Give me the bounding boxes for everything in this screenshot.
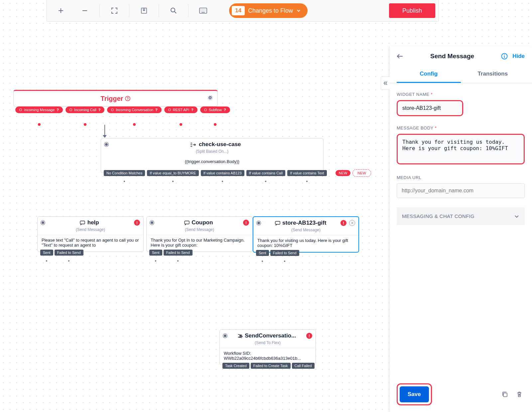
panel-header: Send Message Hide: [389, 47, 532, 66]
split-node[interactable]: check-use-case (Split Based On...) {{tri…: [101, 138, 324, 173]
widget-name-label: WIDGET NAME*: [397, 92, 525, 97]
flex-icon: [237, 334, 243, 338]
split-port-new-red[interactable]: NEW: [335, 170, 351, 176]
connector-line: [104, 125, 105, 136]
trigger-pill-subflow[interactable]: Subflow?: [200, 106, 230, 113]
port-sent[interactable]: Sent: [40, 250, 53, 256]
trigger-pill-incoming-message[interactable]: Incoming Message?: [15, 106, 63, 113]
drag-handle[interactable]: [104, 142, 108, 146]
gift-body: Thank you for visiting us today. Here is…: [253, 235, 358, 252]
svg-rect-5: [80, 221, 85, 224]
close-icon[interactable]: ✕: [349, 220, 355, 226]
drag-handle[interactable]: [257, 221, 261, 225]
copy-button[interactable]: [499, 389, 510, 400]
widget-name-input[interactable]: [397, 100, 463, 116]
toolbar-divider: [99, 4, 100, 17]
info-icon[interactable]: [501, 53, 508, 60]
zoom-in-button[interactable]: [50, 3, 71, 19]
svg-text:?: ?: [127, 97, 129, 101]
search-button[interactable]: [163, 3, 184, 19]
split-port-new-dashed[interactable]: NEW: [352, 169, 371, 177]
zoom-out-button[interactable]: [74, 3, 95, 19]
chevron-down-icon: [296, 8, 301, 13]
panel-collapse-button[interactable]: [381, 77, 389, 90]
flex-title: SendConversatio...: [245, 332, 296, 339]
media-url-input[interactable]: [397, 183, 525, 198]
drag-handle[interactable]: [41, 221, 45, 225]
warning-icon: !: [306, 333, 312, 339]
port-failed-create[interactable]: Failed to Create Task: [251, 363, 291, 369]
message-body-label: MESSAGE BODY*: [397, 125, 525, 130]
port-failed[interactable]: Failed to Send: [164, 250, 193, 256]
toolbar-divider: [188, 4, 189, 17]
svg-rect-7: [275, 221, 280, 224]
svg-rect-10: [503, 393, 507, 397]
keyboard-shortcuts-button[interactable]: [193, 3, 214, 19]
coupon-node[interactable]: Coupon ! (Send Message) Thank you for Op…: [146, 216, 253, 252]
trigger-node[interactable]: Trigger ?: [13, 90, 218, 106]
changes-to-flow-pill[interactable]: 14 Changes to Flow: [229, 3, 308, 18]
warning-icon: !: [243, 220, 249, 226]
split-port-text[interactable]: If value contains Text: [287, 170, 327, 176]
tab-transitions[interactable]: Transitions: [461, 66, 525, 83]
gift-node[interactable]: store-AB123-gift ! ✕ (Send Message) Than…: [253, 216, 359, 253]
port-sent[interactable]: Sent: [256, 250, 269, 256]
publish-button[interactable]: Publish: [389, 3, 435, 18]
split-port-call[interactable]: If value contains Call: [246, 170, 286, 176]
settings-icon[interactable]: [207, 94, 213, 101]
help-node[interactable]: help ! (Send Message) Please text "Call"…: [37, 216, 144, 252]
split-icon: [190, 142, 196, 147]
fit-screen-button[interactable]: [104, 3, 125, 19]
port-failed[interactable]: Failed to Send: [270, 250, 299, 256]
delete-button[interactable]: [514, 389, 525, 400]
help-title: help: [87, 219, 99, 226]
trigger-pill-incoming-call[interactable]: Incoming Call?: [66, 106, 104, 113]
chevron-left-double-icon: [383, 81, 388, 86]
help-subtitle: (Send Message): [38, 227, 143, 232]
messaging-chat-config-accordion[interactable]: MESSAGING & CHAT CONFIG: [397, 207, 525, 225]
changes-label: Changes to Flow: [248, 7, 293, 14]
drag-handle[interactable]: [150, 221, 154, 225]
save-button[interactable]: Save: [400, 386, 429, 402]
back-button[interactable]: [397, 54, 403, 59]
help-body: Please text "Call" to request an agent t…: [38, 235, 143, 252]
drag-handle[interactable]: [223, 334, 227, 338]
warning-icon: !: [340, 220, 346, 226]
port-sent[interactable]: Sent: [149, 250, 162, 256]
trigger-pill-incoming-conversation[interactable]: Incoming Conversation?: [107, 106, 161, 113]
trigger-pill-rest-api[interactable]: REST API?: [164, 106, 198, 113]
port-call-failed[interactable]: Call Failed: [292, 363, 315, 369]
trigger-output-pills: Incoming Message? Incoming Call? Incomin…: [15, 106, 230, 113]
coupon-ports: Sent Failed to Send: [149, 250, 193, 256]
config-panel: Send Message Hide Config Transitions WID…: [389, 47, 532, 412]
message-icon: [275, 221, 280, 226]
message-icon: [184, 221, 190, 225]
flex-subtitle: (Send To Flex): [220, 340, 316, 345]
port-task-created[interactable]: Task Created: [222, 363, 249, 369]
help-icon: ?: [125, 96, 130, 101]
split-subtitle: (Split Based On...): [101, 149, 323, 154]
toolbar-divider: [129, 4, 129, 17]
split-port-ab123[interactable]: If value contains AB123: [201, 170, 244, 176]
flex-ports: Task Created Failed to Create Task Call …: [222, 363, 315, 369]
panel-body: WIDGET NAME* MESSAGE BODY* MEDIA URL MES…: [389, 83, 532, 377]
bookmark-button[interactable]: [133, 3, 155, 19]
hide-button[interactable]: Hide: [512, 53, 525, 60]
coupon-subtitle: (Send Message): [147, 227, 252, 232]
tab-config[interactable]: Config: [397, 66, 461, 83]
split-title: check-use-case: [199, 141, 241, 147]
split-ports: No Condition Matches If value equal_to B…: [104, 169, 371, 177]
toolbar: 14 Changes to Flow Publish: [47, 0, 439, 22]
connector-arrow-icon: [103, 135, 107, 138]
gift-subtitle: (Send Message): [253, 228, 358, 232]
gift-ports: Sent Failed to Send: [256, 250, 299, 256]
accordion-label: MESSAGING & CHAT CONFIG: [402, 213, 474, 219]
toolbar-divider: [159, 4, 159, 17]
port-failed[interactable]: Failed to Send: [55, 250, 83, 256]
coupon-body: Thank you for Opt In to our Marketing Ca…: [147, 235, 252, 252]
message-body-input[interactable]: [397, 134, 525, 164]
panel-title: Send Message: [408, 53, 496, 60]
split-port-buymore[interactable]: If value equal_to BUYMORE: [147, 170, 199, 176]
flex-node[interactable]: SendConversatio... ! (Send To Flex) Work…: [219, 329, 316, 365]
split-port-no-match[interactable]: No Condition Matches: [104, 170, 145, 176]
